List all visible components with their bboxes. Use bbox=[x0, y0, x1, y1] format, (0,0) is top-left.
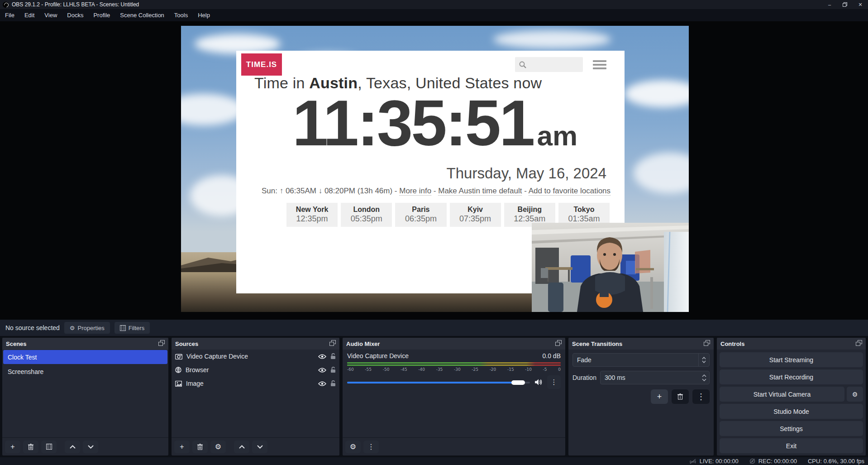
menu-docks[interactable]: Docks bbox=[62, 9, 88, 21]
add-scene-button[interactable]: + bbox=[5, 441, 20, 453]
advanced-audio-button[interactable]: ⚙ bbox=[345, 441, 361, 453]
obs-logo-icon bbox=[3, 2, 9, 8]
visibility-eye-icon[interactable] bbox=[318, 381, 326, 386]
restore-button[interactable] bbox=[837, 0, 853, 9]
menu-tools[interactable]: Tools bbox=[169, 9, 193, 21]
scene-item-screenshare[interactable]: Screenshare bbox=[3, 364, 167, 379]
scenes-list: Clock Test Screenshare bbox=[2, 350, 168, 437]
preview-canvas[interactable]: TIME.IS Time in Austin, Texas, United St… bbox=[0, 21, 868, 320]
sources-toolbar: + ⚙ bbox=[172, 437, 339, 455]
settings-button[interactable]: Settings bbox=[720, 421, 863, 436]
search-icon bbox=[519, 61, 527, 69]
sun-info-line: Sun: ↑ 06:35AM ↓ 08:20PM (13h 46m) - Mor… bbox=[262, 187, 615, 196]
source-item-image[interactable]: Image bbox=[172, 377, 339, 390]
chevron-down-icon[interactable] bbox=[702, 379, 706, 381]
scenes-toolbar: + bbox=[2, 437, 168, 455]
menu-profile[interactable]: Profile bbox=[88, 9, 115, 21]
source-toolbar: No source selected ⚙ Properties Filters bbox=[0, 320, 868, 336]
popout-icon[interactable] bbox=[856, 340, 862, 347]
more-info-link[interactable]: More info bbox=[399, 187, 431, 196]
visibility-eye-icon[interactable] bbox=[318, 368, 326, 373]
trash-icon bbox=[28, 444, 33, 450]
filter-icon bbox=[46, 444, 52, 450]
chevron-up-icon[interactable] bbox=[702, 374, 706, 377]
volume-slider-handle[interactable] bbox=[511, 380, 525, 385]
status-bar: LIVE: 00:00:00 REC: 00:00:00 CPU: 0.6%, … bbox=[0, 457, 868, 465]
gear-icon: ⚙ bbox=[215, 442, 221, 451]
move-source-up-button[interactable] bbox=[234, 441, 249, 453]
move-scene-up-button[interactable] bbox=[65, 441, 80, 453]
sources-panel: Sources Video Capture Device bbox=[172, 338, 339, 455]
city-paris[interactable]: Paris06:35pm bbox=[395, 203, 446, 227]
menu-help[interactable]: Help bbox=[193, 9, 215, 21]
menu-edit[interactable]: Edit bbox=[19, 9, 39, 21]
mixer-toolbar: ⚙ ⋮ bbox=[343, 437, 565, 455]
scene-filters-button[interactable] bbox=[41, 441, 57, 453]
cpu-fps-stats: CPU: 0.6%, 30.00 fps bbox=[808, 458, 864, 465]
hamburger-menu-icon[interactable] bbox=[593, 60, 606, 69]
add-favorite-link[interactable]: Add to favorite locations bbox=[529, 187, 610, 196]
volume-slider[interactable] bbox=[347, 377, 530, 387]
menu-file[interactable]: File bbox=[0, 9, 19, 21]
source-item-video-capture[interactable]: Video Capture Device bbox=[172, 350, 339, 363]
menu-scene-collection[interactable]: Scene Collection bbox=[115, 9, 169, 21]
timeis-search-input[interactable] bbox=[515, 57, 583, 72]
source-item-browser[interactable]: Browser bbox=[172, 363, 339, 377]
scene-item-clock-test[interactable]: Clock Test bbox=[3, 350, 167, 364]
window-title: OBS 29.1.2 - Profile: LLHLS BETA - Scene… bbox=[12, 1, 139, 8]
remove-transition-button[interactable] bbox=[672, 389, 689, 404]
mixer-options-button[interactable]: ⋮ bbox=[363, 441, 379, 453]
lock-open-icon[interactable] bbox=[330, 353, 336, 360]
minimize-button[interactable]: – bbox=[822, 0, 837, 9]
studio-mode-button[interactable]: Studio Mode bbox=[720, 404, 863, 419]
city-london[interactable]: London05:35pm bbox=[341, 203, 392, 227]
move-scene-down-button[interactable] bbox=[83, 441, 98, 453]
globe-icon bbox=[175, 367, 181, 373]
virtual-camera-config-button[interactable]: ⚙ bbox=[847, 387, 863, 402]
filters-button[interactable]: Filters bbox=[114, 322, 150, 334]
lock-open-icon[interactable] bbox=[330, 380, 336, 387]
make-default-link[interactable]: Make Austin time default bbox=[438, 187, 522, 196]
start-recording-button[interactable]: Start Recording bbox=[720, 369, 863, 384]
clock-ampm: am bbox=[537, 120, 577, 151]
sources-list: Video Capture Device Browser bbox=[172, 350, 339, 437]
add-transition-button[interactable]: + bbox=[651, 389, 668, 404]
duration-spinbox[interactable]: 300 ms bbox=[600, 371, 710, 384]
popout-icon[interactable] bbox=[704, 340, 710, 347]
add-source-button[interactable]: + bbox=[174, 441, 190, 453]
chevron-down-icon bbox=[257, 445, 263, 449]
transition-select[interactable]: Fade bbox=[572, 353, 710, 367]
city-newyork[interactable]: New York12:35pm bbox=[286, 203, 338, 227]
remove-source-button[interactable] bbox=[192, 441, 208, 453]
city-kyiv[interactable]: Kyiv07:35pm bbox=[450, 203, 501, 227]
menu-view[interactable]: View bbox=[39, 9, 62, 21]
controls-title: Controls bbox=[720, 340, 744, 347]
scenes-title: Scenes bbox=[6, 340, 27, 347]
remove-scene-button[interactable] bbox=[23, 441, 38, 453]
timeis-logo[interactable]: TIME.IS bbox=[241, 53, 282, 76]
popout-icon[interactable] bbox=[329, 340, 336, 347]
visibility-eye-icon[interactable] bbox=[318, 354, 326, 359]
stream-inactive-icon bbox=[689, 459, 696, 464]
speaker-icon[interactable] bbox=[534, 379, 543, 386]
scene-transitions-panel: Scene Transitions Fade Duration 300 ms bbox=[568, 338, 714, 455]
webcam-overlay[interactable] bbox=[532, 223, 689, 312]
popout-icon[interactable] bbox=[158, 340, 165, 347]
close-button[interactable]: ✕ bbox=[853, 0, 868, 9]
move-source-down-button[interactable] bbox=[252, 441, 267, 453]
channel-options-button[interactable]: ⋮ bbox=[547, 375, 561, 389]
filter-icon bbox=[120, 325, 126, 331]
lock-open-icon[interactable] bbox=[330, 367, 336, 373]
transition-options-button[interactable]: ⋮ bbox=[692, 389, 710, 404]
start-streaming-button[interactable]: Start Streaming bbox=[720, 352, 863, 367]
mixer-channel: Video Capture Device 0.0 dB -60-55-50-45… bbox=[343, 350, 565, 437]
scene-preview[interactable]: TIME.IS Time in Austin, Texas, United St… bbox=[181, 26, 689, 312]
scenes-panel: Scenes Clock Test Screenshare + bbox=[2, 338, 168, 455]
source-properties-button[interactable]: ⚙ bbox=[210, 441, 226, 453]
properties-button[interactable]: ⚙ Properties bbox=[64, 322, 110, 334]
channel-name: Video Capture Device bbox=[347, 352, 409, 360]
exit-button[interactable]: Exit bbox=[720, 438, 863, 453]
start-virtual-camera-button[interactable]: Start Virtual Camera bbox=[720, 387, 844, 402]
popout-icon[interactable] bbox=[555, 340, 562, 347]
gear-icon: ⚙ bbox=[852, 391, 858, 398]
